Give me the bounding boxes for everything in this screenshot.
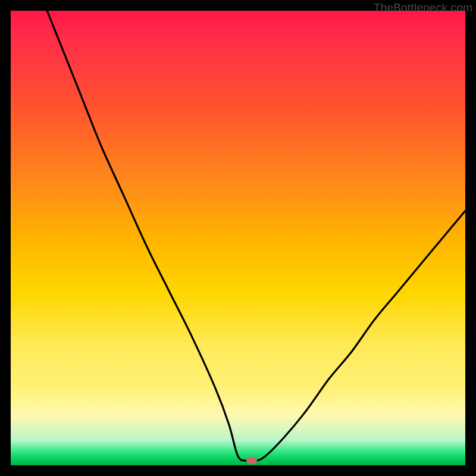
- chart-frame: TheBottleneck.com: [0, 0, 476, 476]
- bottleneck-curve: [11, 11, 465, 465]
- plot-area: [11, 11, 465, 465]
- watermark-text: TheBottleneck.com: [374, 1, 472, 14]
- optimal-marker: [246, 457, 257, 464]
